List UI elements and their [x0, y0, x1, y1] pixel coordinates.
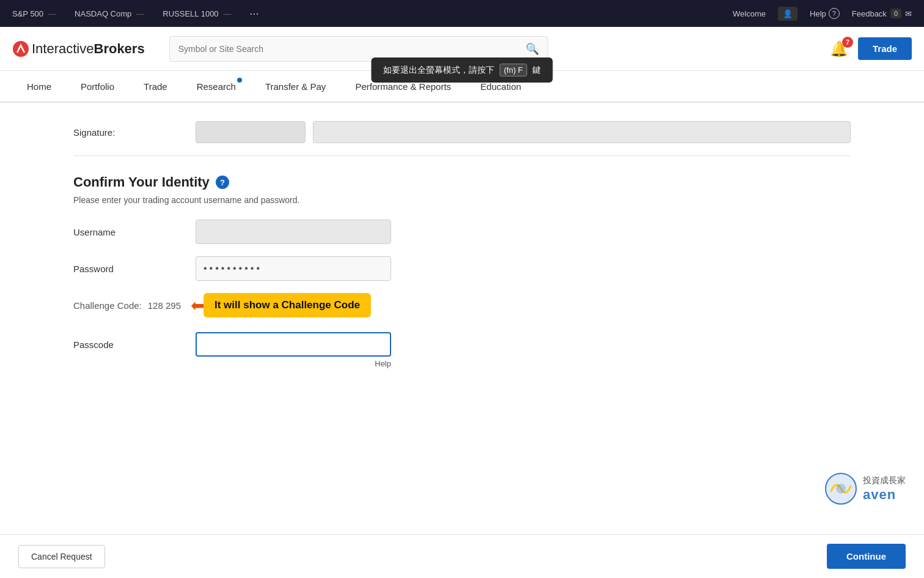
- nav-research[interactable]: Research: [182, 70, 251, 102]
- bottom-action-bar: Cancel Request Continue: [0, 534, 924, 578]
- identity-section-title: Confirm Your Identity: [73, 174, 210, 190]
- passcode-row: Passcode Help: [73, 332, 851, 368]
- signature-label: Signature:: [73, 127, 196, 138]
- main-content: Signature: Confirm Your Identity ? Pleas…: [0, 103, 924, 399]
- tooltip-key: (fn) F: [499, 64, 527, 76]
- svg-point-3: [836, 484, 846, 494]
- main-header: InteractiveBrokers 🔍 如要退出全螢幕模式，請按下 (fn) …: [0, 27, 924, 71]
- signature-row: Signature:: [73, 121, 851, 143]
- nav-trade[interactable]: Trade: [129, 70, 182, 102]
- ticker-sp500-value: —: [48, 9, 56, 18]
- watermark-logo-icon: [825, 473, 857, 505]
- ticker-nasdaq-value: —: [136, 9, 144, 18]
- feedback-label: Feedback: [852, 9, 887, 18]
- continue-button[interactable]: Continue: [827, 544, 906, 569]
- username-label: Username: [73, 227, 196, 237]
- ticker-russell-label: RUSSELL 1000: [163, 9, 218, 18]
- feedback-count: 0: [890, 9, 901, 18]
- research-dot: [237, 78, 242, 83]
- logo[interactable]: InteractiveBrokers: [12, 40, 145, 57]
- challenge-code-label: Challenge Code:: [73, 300, 142, 311]
- fullscreen-tooltip: 如要退出全螢幕模式，請按下 (fn) F 鍵: [371, 57, 552, 83]
- ticker-russell: RUSSELL 1000 —: [163, 9, 231, 18]
- watermark-chinese: 投資成長家: [863, 475, 906, 487]
- section-divider: [73, 155, 851, 156]
- ticker-nasdaq: NASDAQ Comp —: [75, 9, 144, 18]
- user-icon[interactable]: 👤: [778, 7, 798, 21]
- identity-section-desc: Please enter your trading account userna…: [73, 195, 851, 205]
- watermark-text-block: 投資成長家 aven: [863, 475, 906, 503]
- notification-count: 7: [842, 37, 853, 48]
- passcode-input[interactable]: [196, 332, 391, 357]
- nav-home[interactable]: Home: [12, 70, 66, 102]
- signature-input-2: [313, 121, 851, 143]
- svg-point-0: [13, 41, 29, 57]
- signature-inputs: [196, 121, 851, 143]
- ticker-sp500: S&P 500 —: [12, 9, 56, 18]
- nav-portfolio[interactable]: Portfolio: [66, 70, 129, 102]
- tooltip-text-before: 如要退出全螢幕模式，請按下: [383, 65, 494, 76]
- logo-text: InteractiveBrokers: [32, 41, 145, 57]
- feedback-icon: ✉: [905, 9, 912, 18]
- logo-icon: [12, 40, 29, 57]
- header-right: 🔔 7 Trade: [830, 37, 912, 60]
- help-button[interactable]: Help ?: [810, 8, 840, 19]
- password-label: Password: [73, 264, 196, 274]
- callout-text: It will show a Challenge Code: [204, 293, 371, 317]
- more-tickers-button[interactable]: ···: [250, 7, 259, 20]
- challenge-callout: ⬅ It will show a Challenge Code: [191, 293, 371, 317]
- welcome-text: Welcome: [733, 9, 766, 18]
- ticker-russell-value: —: [224, 9, 232, 18]
- tooltip-text-after: 鍵: [532, 65, 541, 76]
- challenge-code-value: 128 295: [148, 300, 181, 311]
- help-label: Help: [810, 9, 826, 18]
- ticker-nasdaq-label: NASDAQ Comp: [75, 9, 131, 18]
- ticker-items: S&P 500 — NASDAQ Comp — RUSSELL 1000 — ·…: [12, 7, 733, 20]
- password-row: Password: [73, 256, 851, 281]
- signature-input-1: [196, 121, 306, 143]
- watermark-english: aven: [863, 487, 906, 503]
- ticker-bar: S&P 500 — NASDAQ Comp — RUSSELL 1000 — ·…: [0, 0, 924, 27]
- arrow-left-icon: ⬅: [191, 295, 205, 316]
- username-input[interactable]: [196, 220, 391, 244]
- search-input[interactable]: [178, 44, 526, 54]
- nav-transfer-pay[interactable]: Transfer & Pay: [251, 70, 340, 102]
- feedback-button[interactable]: Feedback 0 ✉: [852, 9, 912, 18]
- ticker-sp500-label: S&P 500: [12, 9, 43, 18]
- passcode-help-link[interactable]: Help: [196, 359, 391, 368]
- trade-button[interactable]: Trade: [858, 37, 912, 60]
- identity-section-title-row: Confirm Your Identity ?: [73, 174, 851, 190]
- password-input[interactable]: [196, 256, 391, 281]
- help-circle-icon: ?: [829, 8, 840, 19]
- passcode-label: Passcode: [73, 339, 196, 350]
- notifications-button[interactable]: 🔔 7: [830, 40, 848, 57]
- challenge-code-row: Challenge Code: 128 295 ⬅ It will show a…: [73, 293, 851, 317]
- username-row: Username: [73, 220, 851, 244]
- header-right-actions: Welcome 👤 Help ? Feedback 0 ✉: [733, 7, 912, 21]
- watermark: 投資成長家 aven: [825, 473, 906, 505]
- passcode-field-row: Passcode: [73, 332, 391, 357]
- cancel-request-button[interactable]: Cancel Request: [18, 545, 105, 568]
- search-icon[interactable]: 🔍: [526, 42, 539, 56]
- identity-help-icon[interactable]: ?: [216, 176, 229, 189]
